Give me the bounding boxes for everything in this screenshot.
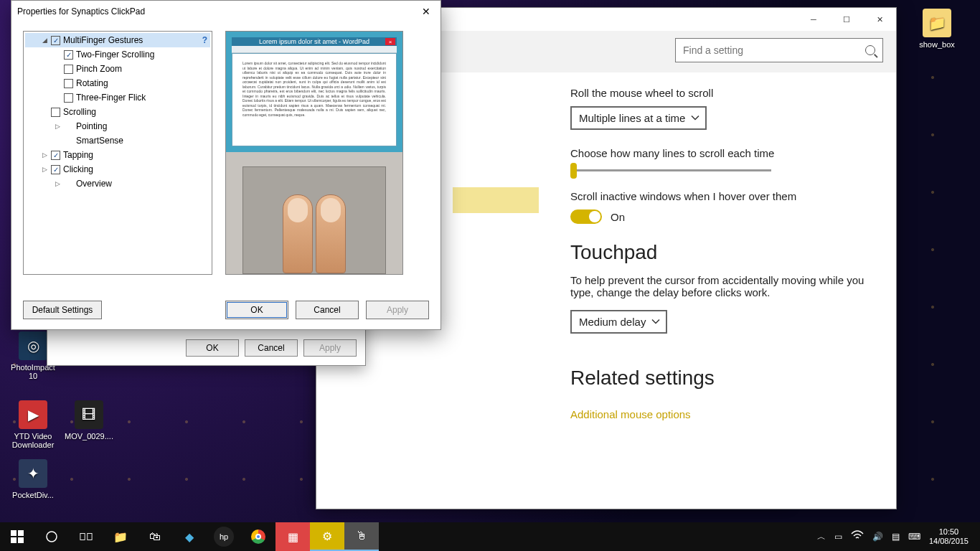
apply-button[interactable]: Apply (303, 339, 357, 357)
close-button[interactable]: ✕ (418, 6, 435, 17)
close-button[interactable]: ✕ (863, 8, 896, 31)
minimize-button[interactable]: ─ (797, 8, 830, 31)
taskbar-app-2[interactable]: ▦ (275, 522, 310, 551)
taskbar-app-1[interactable]: ◆ (172, 522, 207, 551)
slider-thumb[interactable] (570, 163, 577, 179)
tree-item-tapping[interactable]: ▷ Tapping (25, 148, 210, 162)
cancel-button[interactable]: Cancel (245, 339, 298, 357)
tray-overflow-icon[interactable]: ︿ (817, 531, 826, 543)
video-icon: 🎞 (75, 400, 103, 429)
icon-label: YTD Video Downloader (6, 432, 60, 449)
icon-label: show_box (910, 40, 964, 49)
checkbox[interactable] (64, 79, 73, 88)
svg-rect-2 (11, 537, 17, 543)
taskbar-clock[interactable]: 10:50 14/08/2015 (929, 527, 973, 546)
checkbox[interactable] (51, 151, 60, 160)
checkbox[interactable] (64, 65, 73, 74)
cortana-button[interactable] (34, 522, 69, 551)
tree-item-two-finger-scrolling[interactable]: Two-Finger Scrolling (25, 47, 210, 62)
desktop-icon-mov[interactable]: 🎞 MOV_0029.... (62, 400, 116, 441)
touchpad-delay-select[interactable]: Medium delay (570, 310, 667, 334)
gesture-preview: Lorem ipsum dolor sit amet - WordPad × L… (225, 31, 403, 275)
taskbar-file-explorer[interactable]: 📁 (103, 522, 138, 551)
synaptics-properties-dialog: Properties for Synaptics ClickPad ✕ ◢ Mu… (11, 0, 441, 330)
task-view-button[interactable] (69, 522, 103, 551)
close-icon: × (385, 38, 395, 45)
tree-item-smartsense[interactable]: SmartSense (25, 133, 210, 148)
roll-wheel-select[interactable]: Multiple lines at a time (570, 106, 707, 130)
taskbar-store[interactable]: 🛍 (138, 522, 172, 551)
battery-icon[interactable]: ▭ (834, 532, 842, 542)
svg-point-4 (47, 532, 57, 542)
taskbar: 📁 🛍 ◆ hp ▦ ⚙ 🖱 ︿ ▭ 🔊 ▤ ⌨ 10:50 14/08/201… (0, 522, 980, 551)
search-icon (865, 45, 875, 55)
related-settings-heading: Related settings (570, 367, 886, 390)
checkbox[interactable] (51, 165, 60, 174)
taskbar-hp[interactable]: hp (214, 527, 234, 547)
roll-wheel-label: Roll the mouse wheel to scroll (570, 87, 886, 99)
svg-rect-1 (18, 530, 24, 536)
desktop-icon-ytd[interactable]: ▶ YTD Video Downloader (6, 400, 60, 449)
tree-item-rotating[interactable]: Rotating (25, 76, 210, 90)
ok-button[interactable]: OK (186, 339, 239, 357)
ok-button[interactable]: OK (225, 301, 288, 319)
scroll-inactive-toggle[interactable] (570, 209, 602, 224)
svg-rect-0 (11, 530, 17, 536)
icon-label: MOV_0029.... (62, 432, 116, 441)
choose-lines-label: Choose how many lines to scroll each tim… (570, 147, 886, 159)
maximize-button[interactable]: ☐ (830, 8, 863, 31)
dialog-title: Properties for Synaptics ClickPad (17, 6, 145, 17)
tree-item-pinch-zoom[interactable]: Pinch Zoom (25, 62, 210, 76)
start-button[interactable] (0, 522, 34, 551)
settings-main: Roll the mouse wheel to scroll Multiple … (570, 85, 886, 494)
settings-search[interactable] (675, 38, 883, 62)
tree-item-multifinger[interactable]: ◢ MultiFinger Gestures ? (25, 33, 210, 47)
sidebar-selected-item[interactable] (453, 187, 539, 213)
checkbox[interactable] (51, 36, 60, 45)
icon-label: PocketDiv... (6, 491, 60, 499)
touchpad-illustration (242, 166, 386, 274)
checkbox[interactable] (64, 93, 73, 103)
checkbox[interactable] (64, 50, 73, 60)
keyboard-icon[interactable]: ⌨ (908, 532, 920, 542)
svg-rect-6 (88, 534, 92, 540)
scroll-inactive-label: Scroll inactive windows when I hover ove… (570, 190, 886, 202)
svg-rect-5 (80, 534, 85, 540)
search-input[interactable] (683, 44, 865, 56)
touchpad-desc: To help prevent the cursor from accident… (570, 274, 864, 298)
help-icon[interactable]: ? (202, 35, 210, 45)
chevron-down-icon (651, 316, 660, 328)
taskbar-settings[interactable]: ⚙ (310, 522, 344, 551)
taskbar-chrome[interactable] (241, 522, 275, 551)
tree-item-clicking[interactable]: ▷ Clicking (25, 162, 210, 176)
expand-icon[interactable]: ▷ (41, 151, 48, 159)
expand-icon[interactable]: ▷ (54, 123, 61, 130)
apply-button[interactable]: Apply (366, 301, 429, 319)
volume-icon[interactable]: 🔊 (872, 532, 883, 542)
checkbox[interactable] (51, 108, 60, 117)
app-icon: ◎ (19, 331, 47, 360)
lines-slider[interactable] (570, 169, 771, 171)
desktop-icon-pocketdivx[interactable]: ✦ PocketDiv... (6, 459, 60, 499)
default-settings-button[interactable]: Default Settings (23, 301, 102, 319)
tree-item-scrolling[interactable]: Scrolling (25, 105, 210, 119)
folder-icon: 📁 (923, 9, 951, 37)
wifi-icon[interactable] (851, 529, 864, 545)
tree-item-three-finger-flick[interactable]: Three-Finger Flick (25, 90, 210, 105)
taskbar-mouse[interactable]: 🖱 (344, 522, 379, 551)
collapse-icon[interactable]: ◢ (41, 37, 48, 44)
expand-icon[interactable]: ▷ (54, 180, 61, 187)
gesture-tree[interactable]: ◢ MultiFinger Gestures ? Two-Finger Scro… (23, 31, 212, 275)
system-tray[interactable]: ︿ ▭ 🔊 ▤ ⌨ 10:50 14/08/2015 (810, 527, 980, 546)
expand-icon[interactable]: ▷ (41, 166, 48, 173)
additional-mouse-options-link[interactable]: Additional mouse options (570, 408, 691, 420)
desktop-folder-showbox[interactable]: 📁 show_box (910, 9, 964, 49)
tree-item-overview[interactable]: ▷ Overview (25, 176, 210, 191)
touchpad-heading: Touchpad (570, 241, 886, 264)
chevron-down-icon (691, 112, 699, 124)
app-icon: ✦ (19, 459, 47, 488)
cancel-button[interactable]: Cancel (296, 301, 359, 319)
preview-wordpad-title: Lorem ipsum dolor sit amet - WordPad × (232, 37, 397, 46)
action-center-icon[interactable]: ▤ (892, 532, 900, 542)
tree-item-pointing[interactable]: ▷ Pointing (25, 119, 210, 133)
